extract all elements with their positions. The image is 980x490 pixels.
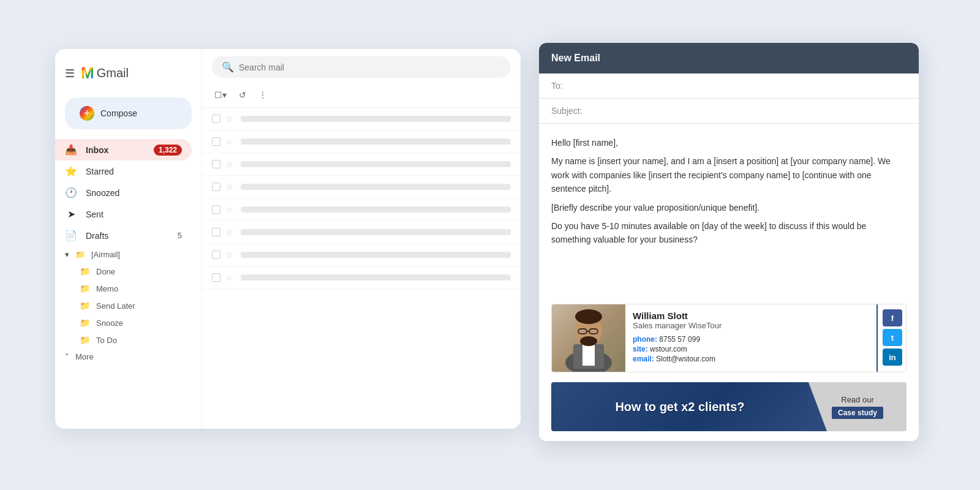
star-icon[interactable]: ☆ <box>225 250 233 260</box>
sig-title: Sales manager WiseTour <box>633 321 868 330</box>
email-row[interactable]: ☆ <box>202 266 521 289</box>
sidebar-item-send-later[interactable]: 📁 Send Later <box>55 297 202 314</box>
banner-left: How to get x2 clients? <box>551 382 809 431</box>
compose-body[interactable]: Hello [first name], My name is [insert y… <box>539 124 919 294</box>
drafts-label: Drafts <box>86 231 108 241</box>
twitter-icon: t <box>891 333 894 342</box>
checkbox-all-icon[interactable]: ☐▾ <box>212 88 229 102</box>
star-icon[interactable]: ☆ <box>225 273 233 282</box>
sidebar-item-memo[interactable]: 📁 Memo <box>55 280 202 297</box>
facebook-button[interactable]: f <box>883 309 902 326</box>
email-row[interactable]: ☆ <box>202 221 521 244</box>
sidebar-item-sent[interactable]: ➤ Sent <box>55 203 192 225</box>
compose-title: New Email <box>551 53 600 63</box>
email-checkbox[interactable] <box>212 160 221 168</box>
signature-info: William Slott Sales manager WiseTour pho… <box>625 304 875 372</box>
email-bar <box>241 184 511 190</box>
sig-site: site: wstour.com <box>633 345 868 353</box>
email-checkbox[interactable] <box>212 115 221 123</box>
more-label: More <box>75 352 94 361</box>
email-bar <box>241 116 511 122</box>
facebook-icon: f <box>891 314 894 323</box>
banner-cta[interactable]: Read our Case study <box>809 382 907 431</box>
banner-main-text: How to get x2 clients? <box>615 399 744 415</box>
star-icon[interactable]: ☆ <box>225 205 233 214</box>
banner-diagonal <box>809 382 827 431</box>
to-label: To: <box>551 81 563 91</box>
phone-label: phone: <box>633 335 657 344</box>
sent-icon: ➤ <box>65 208 77 220</box>
email-row[interactable]: ☆ <box>202 153 521 176</box>
inbox-badge: 1,322 <box>154 145 182 156</box>
starred-icon: ⭐ <box>65 165 77 177</box>
done-label: Done <box>96 267 115 276</box>
sidebar-item-done[interactable]: 📁 Done <box>55 263 202 280</box>
inbox-label: Inbox <box>86 145 108 155</box>
body-greeting: Hello [first name], <box>551 136 907 149</box>
sidebar-item-inbox[interactable]: 📥 Inbox 1,322 <box>55 139 192 160</box>
email-signature: William Slott Sales manager WiseTour pho… <box>551 304 907 372</box>
promo-banner[interactable]: How to get x2 clients? Read our Case stu… <box>551 382 907 431</box>
search-bar[interactable]: 🔍 <box>212 56 511 78</box>
sidebar-item-snooze[interactable]: 📁 Snooze <box>55 314 202 331</box>
more-section[interactable]: ˅ More <box>55 349 202 365</box>
sig-email: email: Slott@wstour.com <box>633 355 868 363</box>
send-later-label: Send Later <box>96 301 135 311</box>
snooze-folder-icon: 📁 <box>80 318 90 328</box>
email-checkbox[interactable] <box>212 205 221 214</box>
email-checkbox[interactable] <box>212 251 221 259</box>
email-bar <box>241 206 511 213</box>
refresh-icon[interactable]: ↺ <box>236 88 249 102</box>
compose-button[interactable]: + Compose <box>65 97 192 129</box>
email-checkbox[interactable] <box>212 228 221 236</box>
body-line2: [Briefly describe your value proposition… <box>551 201 907 214</box>
gmail-title: Gmail <box>97 66 129 80</box>
hamburger-icon[interactable]: ☰ <box>65 67 75 80</box>
linkedin-button[interactable]: in <box>883 349 902 366</box>
sig-social: f t in <box>879 304 906 372</box>
search-input[interactable] <box>239 62 501 72</box>
phone-value: 8755 57 099 <box>659 335 700 344</box>
linkedin-icon: in <box>889 353 896 362</box>
email-row[interactable]: ☆ <box>202 198 521 221</box>
email-row[interactable]: ☆ <box>202 244 521 266</box>
star-icon[interactable]: ☆ <box>225 137 233 146</box>
star-icon[interactable]: ☆ <box>225 159 233 169</box>
todo-folder-icon: 📁 <box>80 335 90 345</box>
twitter-button[interactable]: t <box>883 329 902 346</box>
banner-cta-label: Read our <box>841 395 873 404</box>
gmail-sidebar: ☰ M Gmail + Compose 📥 Inbox 1,322 ⭐ Star… <box>55 49 202 429</box>
compose-header: New Email <box>539 43 919 74</box>
banner-cta-sub: Case study <box>832 407 883 419</box>
star-icon[interactable]: ☆ <box>225 114 233 124</box>
compose-to-field[interactable]: To: <box>539 74 919 99</box>
star-icon[interactable]: ☆ <box>225 182 233 192</box>
send-later-folder-icon: 📁 <box>80 301 90 311</box>
email-checkbox[interactable] <box>212 183 221 191</box>
sidebar-item-snoozed[interactable]: 🕐 Snoozed <box>55 182 192 203</box>
email-checkbox[interactable] <box>212 273 221 282</box>
starred-label: Starred <box>86 167 114 176</box>
email-row[interactable]: ☆ <box>202 176 521 198</box>
email-checkbox[interactable] <box>212 137 221 146</box>
memo-folder-icon: 📁 <box>80 284 90 293</box>
svg-point-4 <box>575 309 602 324</box>
sidebar-item-starred[interactable]: ⭐ Starred <box>55 160 192 182</box>
email-bar <box>241 274 511 281</box>
sidebar-item-todo[interactable]: 📁 To Do <box>55 331 202 349</box>
sig-name: William Slott <box>633 311 868 321</box>
star-icon[interactable]: ☆ <box>225 227 233 237</box>
more-actions-icon[interactable]: ⋮ <box>256 88 270 102</box>
sidebar-item-drafts[interactable]: 📄 Drafts 5 <box>55 225 192 246</box>
sig-phone: phone: 8755 57 099 <box>633 335 868 344</box>
email-row[interactable]: ☆ <box>202 130 521 153</box>
snooze-label: Snooze <box>96 318 123 328</box>
sent-label: Sent <box>86 209 104 219</box>
body-line3: Do you have 5-10 minutes available on [d… <box>551 219 907 247</box>
site-value: wstour.com <box>650 345 687 353</box>
site-label: site: <box>633 345 648 353</box>
email-row[interactable]: ☆ <box>202 108 521 130</box>
todo-label: To Do <box>96 336 117 345</box>
airmail-section[interactable]: ▾ 📁 [Airmail] <box>55 246 202 263</box>
compose-subject-field[interactable]: Subject: <box>539 99 919 124</box>
